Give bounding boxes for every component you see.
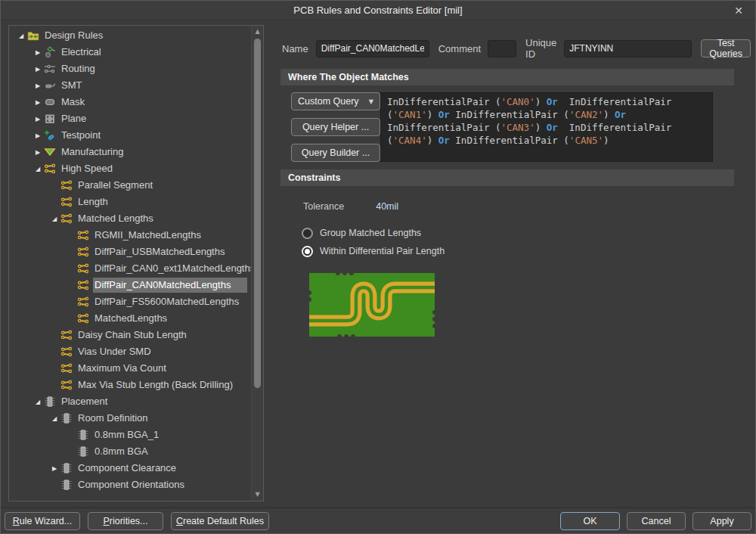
tolerance-value[interactable]: 40mil <box>376 201 398 212</box>
radio-group-matched-lengths[interactable]: Group Matched Lengths <box>302 224 749 242</box>
dialog-title: PCB Rules and Constraints Editor [mil] <box>293 5 462 16</box>
tree-item[interactable]: ◢ High Speed <box>9 160 251 177</box>
tree-item[interactable]: ▶ Plane <box>9 110 251 127</box>
scroll-up-icon[interactable]: ▲ <box>252 26 263 37</box>
create-default-rules-button[interactable]: Create Default Rules <box>171 512 269 530</box>
query-helper-button[interactable]: Query Helper ... <box>291 118 380 136</box>
name-label: Name <box>282 43 308 54</box>
tree-item[interactable]: Parallel Segment <box>9 177 251 194</box>
tree-item[interactable]: Maximum Via Count <box>9 360 251 377</box>
scrollbar-thumb[interactable] <box>254 39 261 388</box>
rules-tree-panel: ◢ Design Rules▶ Electrical▶ Routing▶ SMT… <box>8 25 264 501</box>
tree-item[interactable]: ▶ Testpoint <box>9 127 251 144</box>
query-segment: 'CAN2' <box>569 109 603 120</box>
tree-item[interactable]: ◢ Room Definition <box>9 410 251 427</box>
tree-item[interactable]: RGMII_MatchedLengths <box>9 227 251 244</box>
tree-item[interactable]: DiffPair_CAN0_ext1MatchedLengths <box>9 260 251 277</box>
tree-item[interactable]: Component Orientations <box>9 477 251 493</box>
tree-item[interactable]: DiffPair_CAN0MatchedLengths <box>9 277 251 293</box>
high-speed-icon <box>60 379 73 391</box>
collapse-icon[interactable]: ◢ <box>32 399 44 405</box>
query-segment: ( <box>387 135 393 146</box>
tree-scrollbar[interactable]: ▲ ▼ <box>251 26 263 501</box>
ok-button[interactable]: OK <box>560 512 620 530</box>
tree-item-label: DiffPair_CAN0_ext1MatchedLengths <box>93 261 251 276</box>
tree-item[interactable]: ▶ SMT <box>9 77 251 94</box>
custom-query-editor[interactable]: InDifferentialPair ('CAN0') Or InDiffere… <box>380 92 713 162</box>
dialog-footer: Rule Wizard... Priorities... Create Defa… <box>1 508 755 533</box>
expand-icon[interactable]: ▶ <box>32 116 44 123</box>
cancel-button[interactable]: Cancel <box>627 512 686 530</box>
query-builder-button[interactable]: Query Builder ... <box>291 144 380 162</box>
radio-within-diff-pair-length[interactable]: Within Differential Pair Length <box>302 242 749 260</box>
tree-item-label: Manufacturing <box>60 144 127 160</box>
rule-name-input[interactable] <box>316 40 429 57</box>
close-icon[interactable]: ✕ <box>730 1 748 20</box>
high-speed-icon <box>77 296 89 308</box>
tree-item[interactable]: ▶Mask <box>9 94 251 110</box>
radio-selected-icon[interactable] <box>302 246 313 257</box>
tree-item[interactable]: DiffPair_FS5600MatchedLengths <box>9 293 251 310</box>
tree-item-label: Component Clearance <box>76 461 180 476</box>
collapse-icon[interactable]: ◢ <box>15 33 27 39</box>
tree-item[interactable]: Length <box>9 194 251 210</box>
tree-item[interactable]: ◢ Matched Lengths <box>9 210 251 227</box>
query-type-dropdown[interactable]: Custom Query ▼ <box>291 92 380 110</box>
tree-item[interactable]: ▶ Manufacturing <box>9 144 251 160</box>
expand-icon[interactable]: ▶ <box>48 465 60 472</box>
tree-item-label: 0.8mm BGA <box>93 444 152 459</box>
query-segment: ) <box>427 109 438 120</box>
chip-icon <box>44 396 56 408</box>
expand-icon[interactable]: ▶ <box>32 149 44 156</box>
tree-item[interactable]: DiffPair_USBMatchedLengths <box>9 244 251 260</box>
tree-item[interactable]: Vias Under SMD <box>9 343 251 360</box>
tree-item[interactable]: ▶ Routing <box>9 61 251 77</box>
query-segment: InDifferentialPair ( <box>387 122 501 133</box>
expand-icon[interactable]: ▶ <box>32 132 44 139</box>
query-segment: 'CAN3' <box>501 122 535 133</box>
tree-item[interactable]: ◢ Placement <box>9 393 251 410</box>
test-queries-button[interactable]: Test Queries <box>701 39 751 57</box>
tree-item-label: Mask <box>60 95 88 110</box>
tree-item-label: Component Orientations <box>76 477 188 492</box>
query-segment: ) <box>535 96 547 107</box>
tree-item[interactable]: MatchedLengths <box>9 310 251 327</box>
manufacturing-icon <box>44 146 56 158</box>
query-segment: Or <box>438 109 450 120</box>
comment-label: Comment <box>438 43 481 54</box>
high-speed-icon <box>77 262 89 275</box>
titlebar: PCB Rules and Constraints Editor [mil] ✕ <box>1 1 755 20</box>
query-segment: 'CAN5' <box>569 135 603 146</box>
high-speed-icon <box>60 196 73 208</box>
expand-icon[interactable]: ▶ <box>32 99 44 106</box>
chip-icon <box>60 462 73 474</box>
collapse-icon[interactable]: ◢ <box>32 166 44 172</box>
tree-item[interactable]: ◢ Design Rules <box>9 27 251 44</box>
scroll-down-icon[interactable]: ▼ <box>252 489 263 500</box>
tree-item[interactable]: ▶ Electrical <box>9 44 251 61</box>
collapse-icon[interactable]: ◢ <box>48 216 60 222</box>
tree-item[interactable]: Max Via Stub Length (Back Drilling) <box>9 377 251 393</box>
tree-item[interactable]: ▶ Component Clearance <box>9 460 251 477</box>
unique-id-input[interactable] <box>564 40 692 57</box>
radio-unselected-icon[interactable] <box>302 228 313 239</box>
tree-item[interactable]: 0.8mm BGA_1 <box>9 427 251 443</box>
priorities-button[interactable]: Priorities... <box>88 512 163 530</box>
rule-wizard-button[interactable]: Rule Wizard... <box>5 512 80 530</box>
tree-item[interactable]: Daisy Chain Stub Length <box>9 327 251 343</box>
query-segment: Or <box>438 135 450 146</box>
tree-item-label: High Speed <box>60 161 116 176</box>
electrical-icon <box>44 46 56 58</box>
apply-button[interactable]: Apply <box>692 512 751 530</box>
collapse-icon[interactable]: ◢ <box>48 415 60 422</box>
comment-input[interactable] <box>488 40 516 57</box>
query-segment: InDifferentialPair <box>558 122 672 133</box>
expand-icon[interactable]: ▶ <box>32 82 44 89</box>
chip-icon <box>77 429 89 441</box>
expand-icon[interactable]: ▶ <box>32 66 44 73</box>
high-speed-icon <box>60 329 73 341</box>
tree-item-label: Matched Lengths <box>76 211 157 226</box>
tree-item[interactable]: 0.8mm BGA <box>9 443 251 460</box>
expand-icon[interactable]: ▶ <box>32 49 44 56</box>
mask-icon <box>44 96 56 108</box>
